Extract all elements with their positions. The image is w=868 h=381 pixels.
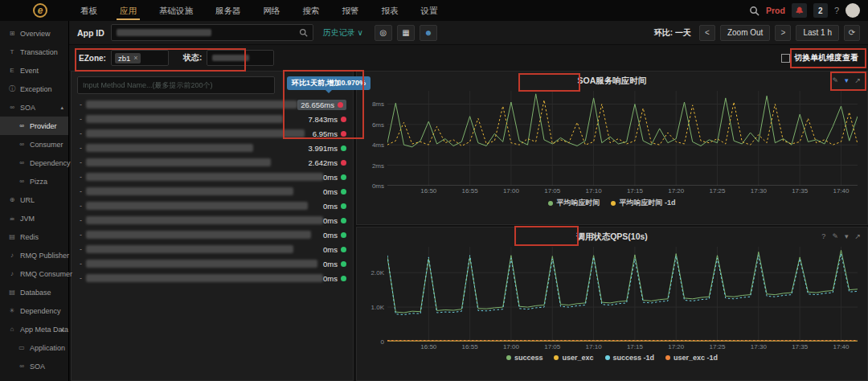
method-row[interactable]: -0ms [72, 184, 353, 199]
chevron-down-icon[interactable]: ▾ [845, 75, 849, 86]
method-search-input[interactable] [77, 76, 275, 94]
sidebar-item-dependency[interactable]: ∞Dependency [0, 154, 68, 172]
time-range-button[interactable]: Last 1 h [796, 25, 839, 41]
sidebar-item-label: Consumer [30, 141, 63, 149]
nav-item-2[interactable]: 基础设施 [159, 0, 193, 21]
time-back-button[interactable]: < [699, 25, 715, 41]
legend-item[interactable]: success [506, 354, 543, 362]
sidebar-item-consumer[interactable]: ∞Consumer [0, 135, 68, 154]
sidebar-item-overview[interactable]: ⊞Overview [0, 24, 68, 43]
nav-item-3[interactable]: 服务器 [215, 0, 241, 21]
sidebar-item-soa[interactable]: ∞SOA [0, 357, 68, 375]
y-axis-label: 0 [381, 338, 384, 346]
nav-item-0[interactable]: 看板 [80, 0, 97, 21]
eye-icon[interactable]: ◎ [375, 25, 392, 41]
app-id-input[interactable] [111, 24, 313, 41]
nav-item-5[interactable]: 搜索 [303, 0, 320, 21]
avatar[interactable] [845, 3, 860, 18]
sidebar-item-pizza[interactable]: ∞Pizza [0, 172, 68, 190]
qps-chart[interactable]: 01.0K2.0K [387, 247, 858, 342]
legend-label: user_exc -1d [674, 354, 718, 362]
edit-icon[interactable]: ✎ [832, 231, 838, 242]
chart-legend: 平均响应时间平均响应时间 -1d [357, 198, 867, 208]
sidebar-item-transaction[interactable]: TTransaction [0, 43, 68, 61]
nav-item-8[interactable]: 设置 [421, 0, 438, 21]
edit-icon[interactable]: ✎ [832, 75, 838, 86]
method-row[interactable]: -0ms [72, 213, 353, 227]
alert-count-badge[interactable]: 2 [813, 3, 828, 18]
sidebar-item-label: Transaction [20, 48, 58, 56]
search-icon[interactable] [299, 26, 308, 40]
panel-title[interactable]: 调用状态QPS(10s) [576, 231, 648, 243]
x-axis-label: 17:20 [668, 343, 684, 350]
sidebar-item-database[interactable]: ▤Database [0, 283, 68, 301]
ezone-select[interactable]: zb1 × [111, 50, 169, 66]
method-row[interactable]: -0ms [72, 242, 353, 256]
sidebar-item-application[interactable]: ▭Application [0, 338, 68, 357]
eleme-logo[interactable]: e [33, 3, 47, 18]
legend-item[interactable]: user_exc -1d [665, 354, 718, 362]
method-row[interactable]: -0ms [72, 271, 353, 285]
method-row[interactable]: -0ms [72, 170, 353, 184]
chevron-up-icon[interactable]: ▴ [60, 104, 63, 111]
nav-item-6[interactable]: 报警 [342, 0, 359, 21]
env-label[interactable]: Prod [766, 6, 785, 15]
sidebar-item-redis[interactable]: ▤Redis [0, 227, 68, 246]
chevron-up-icon[interactable]: ▴ [60, 326, 63, 333]
chevron-down-icon[interactable]: ▾ [845, 231, 849, 242]
method-row[interactable]: -0ms [72, 199, 353, 213]
top-navbar: e 看板应用基础设施服务器网络搜索报警报表设置 Prod 🔔︎ 2 ? [0, 0, 868, 21]
status-dot-red [341, 160, 346, 166]
zoom-out-button[interactable]: Zoom Out [720, 25, 770, 41]
search-icon[interactable] [749, 6, 760, 16]
x-axis-label: 17:30 [751, 343, 767, 350]
share-icon[interactable]: ↗ [854, 75, 861, 86]
ezone-tag-value: zb1 [118, 54, 130, 63]
nav-item-4[interactable]: 网络 [264, 0, 280, 21]
compare-tooltip: 环比1天前,增加0.970% [287, 76, 371, 90]
nav-item-1[interactable]: 应用 [120, 0, 137, 21]
sidebar-item-app-meta-data[interactable]: ⌂App Meta Data▴ [0, 320, 68, 338]
legend-item[interactable]: 平均响应时间 [548, 198, 600, 208]
sidebar-item-rmq-consumer[interactable]: ♪RMQ Consumer [0, 264, 68, 283]
legend-label: 平均响应时间 [556, 198, 600, 208]
sidebar-item-dependency[interactable]: ✳Dependency [0, 301, 68, 320]
sidebar-item-exception[interactable]: ⓘException [0, 80, 68, 98]
response-time-chart[interactable]: 0ms2ms4ms6ms8ms [387, 91, 858, 186]
sidebar-item-provider[interactable]: ∞Provider [0, 117, 68, 135]
sidebar-item-rmq-publisher[interactable]: ♪RMQ Publisher [0, 246, 68, 264]
method-latency-value: 6.95ms [313, 129, 346, 138]
sidebar-item-event[interactable]: EEvent [0, 61, 68, 80]
checkbox-icon[interactable] [781, 54, 790, 63]
user-icon[interactable]: ☻ [420, 25, 437, 41]
method-row[interactable]: -0ms [72, 256, 353, 271]
method-row[interactable]: -0ms [72, 227, 353, 242]
latency-text: 0ms [323, 173, 338, 182]
share-icon[interactable]: ↗ [854, 231, 861, 242]
compare-period-label[interactable]: 环比: 一天 [654, 27, 691, 39]
status-select[interactable] [207, 50, 274, 66]
method-row[interactable]: -3.991ms [72, 141, 353, 155]
sidebar-item-soa[interactable]: ∞SOA▴ [0, 98, 68, 117]
refresh-icon[interactable]: ⟳ [844, 25, 860, 41]
legend-item[interactable]: user_exc [554, 354, 593, 362]
remove-tag-icon[interactable]: × [133, 54, 137, 62]
single-machine-toggle[interactable]: 切换单机维度查看 [781, 52, 858, 63]
nav-item-7[interactable]: 报表 [382, 0, 399, 21]
method-row[interactable]: -7.843ms [72, 112, 353, 126]
method-row[interactable]: -2.642ms [72, 155, 353, 170]
board-icon[interactable]: ▦ [397, 25, 415, 41]
sidebar-item-jvm[interactable]: ☕JVM [0, 209, 68, 227]
method-row[interactable]: -6.95ms [72, 126, 353, 141]
alert-bell-button[interactable]: 🔔︎ [792, 3, 807, 18]
help-icon[interactable]: ? [834, 6, 839, 15]
legend-item[interactable]: 平均响应时间 -1d [611, 198, 675, 208]
legend-dot [506, 355, 511, 360]
method-row[interactable]: -26.656ms [72, 97, 353, 112]
sidebar-item-url[interactable]: ⊕URL [0, 190, 68, 209]
help-icon[interactable]: ? [821, 231, 825, 242]
panel-title[interactable]: SOA服务响应时间 [578, 76, 647, 87]
time-forward-button[interactable]: > [775, 25, 791, 41]
legend-item[interactable]: success -1d [605, 354, 655, 362]
history-link[interactable]: 历史记录 ∨ [323, 27, 363, 39]
